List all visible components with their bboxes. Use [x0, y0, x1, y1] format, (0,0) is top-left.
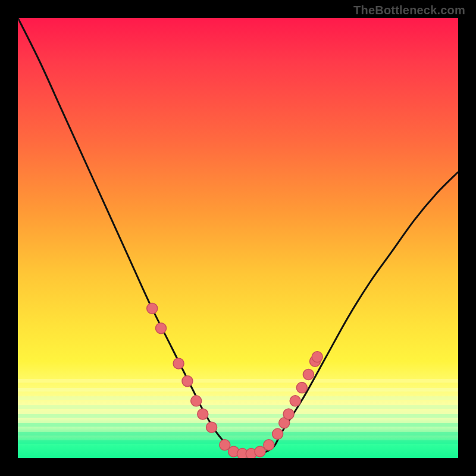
plot-area — [18, 18, 458, 458]
data-marker — [283, 409, 294, 419]
data-marker — [191, 396, 202, 406]
data-marker — [273, 428, 283, 439]
curve-dots — [147, 303, 323, 458]
data-marker — [147, 303, 158, 314]
data-marker — [220, 440, 230, 450]
bottleneck-curve — [18, 18, 458, 454]
data-marker — [303, 369, 314, 380]
data-marker — [156, 323, 167, 334]
data-marker — [206, 422, 217, 433]
data-marker — [290, 396, 300, 406]
data-marker — [296, 383, 307, 393]
data-marker — [264, 440, 274, 450]
curve-svg — [18, 18, 458, 458]
data-marker — [173, 358, 184, 369]
data-marker — [255, 446, 265, 457]
watermark-text: TheBottleneck.com — [353, 4, 465, 17]
chart-frame: TheBottleneck.com — [0, 0, 476, 476]
data-marker — [182, 376, 193, 387]
data-marker — [198, 409, 208, 419]
data-marker — [312, 352, 322, 362]
